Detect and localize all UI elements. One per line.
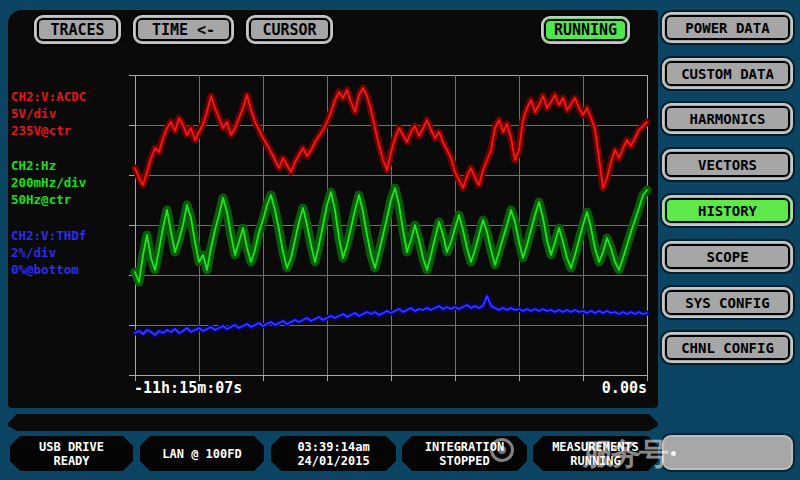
- usb-status-box: USB DRIVE READY: [10, 436, 133, 471]
- status-line: USB DRIVE: [39, 440, 104, 454]
- menu-button-scope[interactable]: SCOPE: [662, 241, 793, 272]
- menu-button-sys-config[interactable]: SYS CONFIG: [662, 287, 793, 318]
- channel-reference: 235V@ctr: [11, 122, 129, 139]
- menu-button-custom-data[interactable]: CUSTOM DATA: [662, 58, 793, 89]
- menu-button-chnl-config[interactable]: CHNL CONFIG: [662, 332, 793, 363]
- instrument-screen: TRACES TIME <- CURSOR RUNNING CH2:V:ACDC…: [0, 0, 800, 480]
- channel-reference: 0%@bottom: [11, 261, 129, 278]
- menu-button-harmonics[interactable]: HARMONICS: [662, 103, 793, 134]
- history-plot: [127, 69, 655, 385]
- channel-scale: 5V/div: [11, 105, 129, 122]
- status-line: RUNNING: [570, 454, 621, 468]
- status-line: READY: [53, 454, 89, 468]
- time-button[interactable]: TIME <-: [133, 15, 234, 44]
- status-line: STOPPED: [439, 454, 490, 468]
- channel-name: CH2:V:THDf: [11, 227, 129, 244]
- channel-name: CH2:V:ACDC: [11, 88, 129, 105]
- channel-name: CH2:Hz: [11, 157, 129, 174]
- status-line: MEASUREMENTS: [552, 440, 639, 454]
- dot-icon: [671, 451, 676, 456]
- lan-status-box: LAN @ 100FD: [140, 436, 264, 471]
- x-axis-end-label: 0.00s: [547, 379, 647, 397]
- cursor-button[interactable]: CURSOR: [246, 15, 333, 44]
- x-axis-start-label: -11h:15m:07s: [134, 379, 242, 397]
- channel-legend-thd: CH2:V:THDf 2%/div 0%@bottom: [11, 227, 129, 278]
- traces-button[interactable]: TRACES: [34, 15, 121, 44]
- menu-button-history-active[interactable]: HISTORY: [662, 195, 793, 226]
- status-line: LAN @ 100FD: [162, 447, 241, 461]
- channel-scale: 2%/div: [11, 244, 129, 261]
- status-line: INTEGRATION: [425, 440, 504, 454]
- blurred-softkey-button[interactable]: [662, 435, 793, 470]
- softkey-strip: [8, 414, 658, 431]
- integration-status-box: INTEGRATION STOPPED: [402, 436, 527, 471]
- channel-legend-frequency: CH2:Hz 200mHz/div 50Hz@ctr: [11, 157, 129, 208]
- clock-status-box: 03:39:14am 24/01/2015: [271, 436, 396, 471]
- status-line: 03:39:14am: [297, 440, 369, 454]
- menu-button-power-data[interactable]: POWER DATA: [662, 12, 793, 43]
- channel-reference: 50Hz@ctr: [11, 191, 129, 208]
- menu-button-vectors[interactable]: VECTORS: [662, 149, 793, 180]
- channel-scale: 200mHz/div: [11, 174, 129, 191]
- channel-legend-voltage: CH2:V:ACDC 5V/div 235V@ctr: [11, 88, 129, 139]
- measurements-status-box: MEASUREMENTS RUNNING: [533, 436, 658, 471]
- running-status-badge: RUNNING: [541, 16, 630, 44]
- status-line: 24/01/2015: [297, 454, 369, 468]
